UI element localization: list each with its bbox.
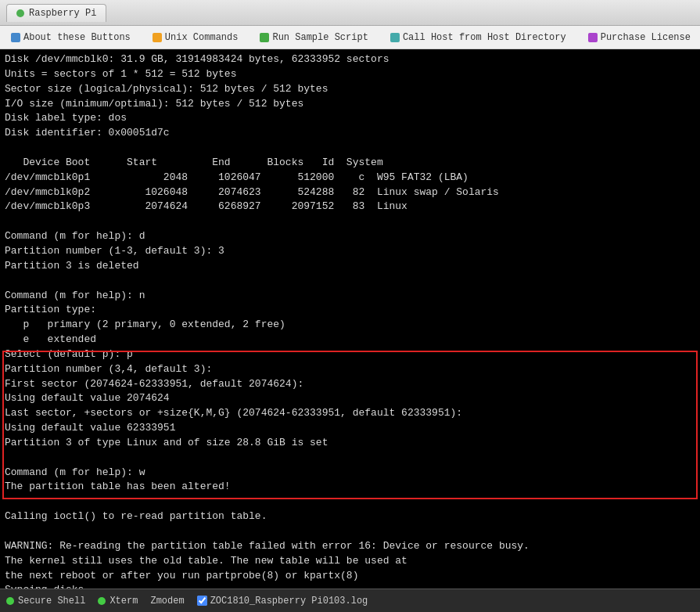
menu-license-label: Purchase License bbox=[601, 32, 691, 43]
status-zmodem-label: Zmodem bbox=[150, 596, 184, 607]
title-tab[interactable]: Raspberry Pi bbox=[6, 4, 106, 22]
menu-about-label: About these Buttons bbox=[23, 32, 131, 43]
menu-about[interactable]: About these Buttons bbox=[5, 30, 137, 45]
log-label: ZOC1810_Raspberry Pi0103.log bbox=[210, 596, 368, 607]
menu-bar: About these Buttons Unix Commands Run Sa… bbox=[0, 26, 700, 49]
callhost-icon bbox=[390, 33, 400, 42]
menu-script-label: Run Sample Script bbox=[272, 32, 368, 43]
tab-dot bbox=[16, 9, 24, 17]
status-ssh[interactable]: Secure Shell bbox=[6, 596, 85, 607]
log-checkbox[interactable] bbox=[197, 596, 207, 606]
title-bar: Raspberry Pi bbox=[0, 0, 700, 26]
status-xterm-label: Xterm bbox=[109, 596, 138, 607]
ssh-dot bbox=[6, 597, 14, 605]
menu-script[interactable]: Run Sample Script bbox=[253, 30, 374, 45]
status-xterm[interactable]: Xterm bbox=[98, 596, 138, 607]
status-ssh-label: Secure Shell bbox=[18, 596, 85, 607]
menu-callhost[interactable]: Call Host from Host Directory bbox=[384, 30, 573, 45]
license-icon bbox=[588, 33, 598, 42]
menu-callhost-label: Call Host from Host Directory bbox=[403, 32, 566, 43]
log-checkbox-area[interactable]: ZOC1810_Raspberry Pi0103.log bbox=[197, 596, 368, 607]
menu-unix[interactable]: Unix Commands bbox=[146, 30, 245, 45]
menu-license[interactable]: Purchase License bbox=[582, 30, 697, 45]
terminal-area[interactable]: Disk /dev/mmcblk0: 31.9 GB, 31914983424 … bbox=[0, 49, 700, 589]
about-icon bbox=[11, 33, 20, 42]
xterm-dot bbox=[98, 597, 106, 605]
terminal-content: Disk /dev/mmcblk0: 31.9 GB, 31914983424 … bbox=[5, 52, 695, 589]
tab-label: Raspberry Pi bbox=[29, 8, 96, 19]
unix-icon bbox=[153, 33, 162, 42]
script-icon bbox=[260, 33, 269, 42]
menu-unix-label: Unix Commands bbox=[165, 32, 239, 43]
status-bar: Secure Shell Xterm Zmodem ZOC1810_Raspbe… bbox=[0, 589, 700, 612]
status-zmodem[interactable]: Zmodem bbox=[150, 596, 184, 607]
